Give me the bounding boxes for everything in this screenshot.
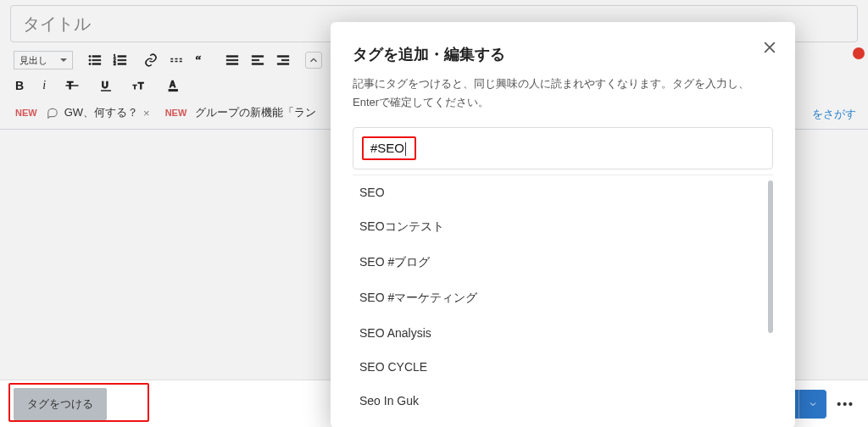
tag-option[interactable]: SEO #ブログ xyxy=(353,245,773,280)
tag-input-wrap[interactable]: #SEO xyxy=(353,127,773,169)
tag-suggestions-list: SEO SEOコンテスト SEO #ブログ SEO #マーケティング SEO A… xyxy=(353,175,773,418)
tag-option[interactable]: SEO CYCLE xyxy=(353,350,773,384)
tag-option[interactable]: SEO #マーケティング xyxy=(353,280,773,316)
close-button[interactable] xyxy=(758,36,782,59)
chevron-down-icon[interactable] xyxy=(798,390,826,419)
add-tag-button[interactable]: タグをつける xyxy=(14,388,107,420)
tag-option[interactable]: SEO xyxy=(353,175,773,209)
tag-option[interactable]: SEO Analysis xyxy=(353,316,773,350)
tag-modal: タグを追加・編集する 記事にタグをつけると、同じ興味の人に読まれやすくなります。… xyxy=(331,22,795,427)
modal-title: タグを追加・編集する xyxy=(353,44,773,64)
tag-input[interactable]: #SEO xyxy=(362,136,416,160)
tag-option[interactable]: Seo In Guk xyxy=(353,384,773,418)
tag-input-value: #SEO xyxy=(370,141,404,155)
tag-option[interactable]: SEOコンテスト xyxy=(353,209,773,245)
more-menu-icon[interactable]: ••• xyxy=(837,397,854,411)
modal-desc: 記事にタグをつけると、同じ興味の人に読まれやすくなります。タグを入力し、Ente… xyxy=(353,75,773,112)
